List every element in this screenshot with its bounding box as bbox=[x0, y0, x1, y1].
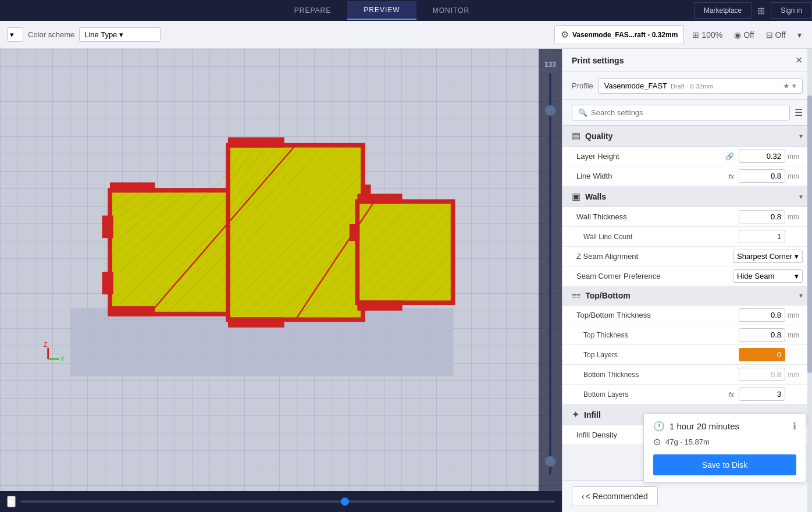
marketplace-button[interactable]: Marketplace bbox=[694, 2, 752, 19]
percent-icon: ⊞ bbox=[692, 30, 699, 40]
panel-scroll-thumb[interactable] bbox=[807, 95, 812, 374]
off2-label: Off bbox=[775, 30, 786, 40]
svg-text:Y: Y bbox=[60, 355, 65, 362]
settings-icon: ⚙ bbox=[561, 29, 569, 40]
topbottom-thickness-row: Top/Bottom Thickness mm bbox=[562, 305, 812, 325]
link-icon: 🔗 bbox=[725, 152, 734, 161]
off2-button[interactable]: ⊟ Off bbox=[763, 28, 789, 42]
toolbar-dropdown[interactable]: ▾ bbox=[794, 28, 805, 42]
info-button[interactable]: ℹ bbox=[793, 421, 796, 432]
dropdown-chevron: ▾ bbox=[119, 30, 123, 39]
seam-corner-row: Seam Corner Preference Hide Seam ▾ bbox=[562, 266, 812, 286]
section-topbottom-header[interactable]: ≡≡ Top/Bottom ▾ bbox=[562, 286, 812, 305]
svg-rect-45 bbox=[102, 216, 113, 239]
bottom-layers-row: Bottom Layers fx bbox=[562, 385, 812, 404]
layer-top-thumb[interactable] bbox=[545, 105, 555, 116]
seam-corner-dropdown[interactable]: Hide Seam ▾ bbox=[733, 269, 803, 283]
layer-bottom-thumb[interactable] bbox=[545, 456, 555, 467]
tab-prepare[interactable]: PREPARE bbox=[278, 2, 347, 19]
svg-rect-80 bbox=[228, 137, 284, 147]
canvas-area: Y Z ▶ 133 bbox=[0, 49, 562, 512]
toolbar: ▾ Color scheme Line Type ▾ ⚙ Vasenmode_F… bbox=[0, 21, 812, 49]
wall-thickness-input[interactable] bbox=[739, 210, 785, 223]
topbottom-thickness-label: Top/Bottom Thickness bbox=[576, 311, 739, 319]
topbottom-thickness-unit: mm bbox=[788, 311, 803, 319]
top-thickness-input[interactable] bbox=[739, 328, 785, 342]
section-quality-header[interactable]: ▤ Quality ▾ bbox=[562, 126, 812, 147]
panel-title: Print settings bbox=[572, 56, 624, 65]
svg-rect-48 bbox=[110, 182, 155, 192]
seam-corner-chevron: ▾ bbox=[795, 272, 799, 280]
svg-rect-81 bbox=[228, 317, 284, 327]
3d-model: Y Z bbox=[35, 72, 489, 410]
z-seam-label: Z Seam Alignment bbox=[576, 252, 733, 261]
tab-monitor[interactable]: MONITOR bbox=[416, 2, 486, 19]
nav-right: Marketplace ⊞ Sign in bbox=[694, 2, 812, 20]
line-width-input[interactable] bbox=[739, 169, 785, 183]
color-scheme-label: Color scheme bbox=[28, 30, 74, 39]
print-weight: 47g · 15.87m bbox=[665, 438, 796, 446]
z-seam-chevron: ▾ bbox=[795, 252, 799, 261]
bottom-thickness-unit: mm bbox=[788, 371, 803, 379]
color-scheme-dropdown[interactable]: Line Type ▾ bbox=[79, 27, 161, 42]
time-row: 🕐 1 hour 20 minutes ℹ bbox=[653, 421, 796, 432]
percent-button[interactable]: ⊞ 100% bbox=[689, 28, 726, 42]
z-seam-value: Sharpest Corner bbox=[737, 252, 792, 261]
playback-slider[interactable] bbox=[20, 500, 555, 503]
svg-rect-103 bbox=[357, 300, 402, 310]
z-seam-dropdown[interactable]: Sharpest Corner ▾ bbox=[733, 250, 803, 263]
percent-value: 100% bbox=[701, 30, 722, 40]
top-layers-input[interactable] bbox=[739, 348, 785, 361]
signin-button[interactable]: Sign in bbox=[771, 2, 812, 19]
profile-row: Profile Vasenmode_FAST Draft - 0.32mm ★ … bbox=[562, 72, 812, 100]
bottom-layers-label: Bottom Layers bbox=[576, 390, 728, 399]
svg-rect-46 bbox=[102, 272, 113, 294]
color-scheme-dropdown-left[interactable]: ▾ bbox=[7, 27, 23, 42]
tab-preview[interactable]: PREVIEW bbox=[347, 1, 416, 20]
eye-icon: ◉ bbox=[734, 30, 741, 40]
bottom-layers-input[interactable] bbox=[739, 387, 785, 401]
bottom-thickness-input[interactable] bbox=[739, 368, 785, 381]
recommended-label: < Recommended bbox=[586, 492, 648, 501]
profile-dropdown[interactable]: Vasenmode_FAST Draft - 0.32mm ★ ▾ bbox=[598, 78, 803, 94]
topbottom-icon: ≡≡ bbox=[572, 291, 580, 300]
section-walls-header[interactable]: ▣ Walls ▾ bbox=[562, 186, 812, 207]
profile-label: Profile bbox=[572, 81, 593, 90]
topbottom-title: Top/Bottom bbox=[585, 291, 795, 300]
fx-icon: fx bbox=[728, 173, 734, 180]
topbottom-chevron: ▾ bbox=[799, 291, 803, 300]
off1-button[interactable]: ◉ Off bbox=[731, 28, 757, 42]
toolbar-left: ▾ Color scheme Line Type ▾ bbox=[7, 27, 550, 42]
save-to-disk-button[interactable]: Save to Disk bbox=[653, 454, 796, 475]
topbottom-thickness-input[interactable] bbox=[739, 308, 785, 322]
print-time: 1 hour 20 minutes bbox=[669, 421, 788, 431]
recommended-button[interactable]: ‹ < Recommended bbox=[572, 486, 658, 506]
top-layers-label: Top Layers bbox=[576, 351, 739, 359]
line-width-row: Line Width fx mm bbox=[562, 166, 812, 186]
quality-title: Quality bbox=[585, 131, 795, 141]
close-panel-button[interactable]: ✕ bbox=[795, 55, 803, 66]
profile-display-name: Vasenmode_FAS...raft - 0.32mm bbox=[572, 31, 678, 39]
panel-scrollbar[interactable] bbox=[807, 49, 812, 512]
top-thickness-label: Top Thickness bbox=[576, 331, 739, 339]
color-scheme-value: Line Type bbox=[84, 30, 117, 39]
layer-slider-track[interactable] bbox=[549, 73, 551, 475]
bottom-fx-icon: fx bbox=[728, 391, 734, 398]
off1-label: Off bbox=[743, 30, 754, 40]
walls-icon: ▣ bbox=[572, 191, 580, 202]
grid-icon-button[interactable]: ⊞ bbox=[752, 2, 771, 20]
infill-icon: ✦ bbox=[572, 409, 579, 420]
seam-corner-label: Seam Corner Preference bbox=[576, 272, 733, 280]
play-button[interactable]: ▶ bbox=[7, 496, 16, 507]
z-seam-row: Z Seam Alignment Sharpest Corner ▾ bbox=[562, 247, 812, 266]
top-thickness-row: Top Thickness mm bbox=[562, 325, 812, 345]
wall-thickness-unit: mm bbox=[788, 213, 803, 221]
filter-button[interactable]: ☰ bbox=[795, 107, 803, 118]
line-width-label: Line Width bbox=[576, 172, 728, 180]
layer-height-input[interactable] bbox=[739, 150, 785, 163]
wall-thickness-label: Wall Thickness bbox=[576, 212, 739, 221]
layer-height-label: Layer Height bbox=[576, 152, 725, 161]
playback-thumb[interactable] bbox=[341, 497, 349, 506]
search-input[interactable] bbox=[591, 108, 783, 117]
wall-line-count-input[interactable] bbox=[739, 230, 785, 243]
